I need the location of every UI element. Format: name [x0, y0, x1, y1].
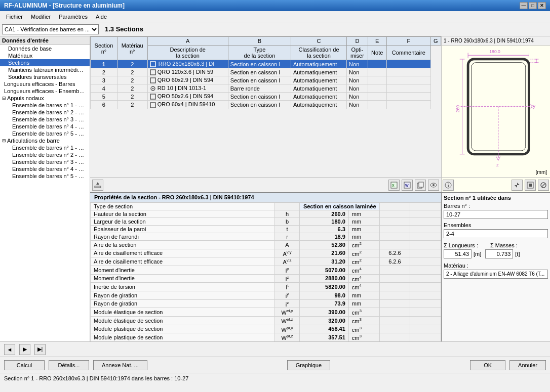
props-rayon-arrondi-sym: r: [275, 233, 300, 241]
sidebar-item-artic-4[interactable]: Ensemble de barres n° 4 - U...: [0, 165, 90, 172]
sidebar-item-artic-3[interactable]: Ensemble de barres n° 3 - U...: [0, 158, 90, 165]
col-sub-note: Note: [368, 46, 386, 60]
props-welastic1-unit: cm3: [348, 308, 379, 317]
col-sub-description: Description dela section: [147, 46, 228, 60]
sidebar-item-appuis-4[interactable]: Ensemble de barres n° 4 - U...: [0, 123, 90, 130]
calcul-btn[interactable]: Calcul: [4, 360, 45, 370]
expand-appuis-icon: ⊟: [2, 96, 6, 101]
nav-next-btn[interactable]: ▶: [19, 344, 30, 355]
props-row: Rayon de giration iy 98.0 mm: [91, 291, 441, 299]
props-cisail2-unit: cm2: [348, 257, 379, 266]
table-row[interactable]: 1 2 RRO 260x180x6.3 | DI Section en cais…: [91, 60, 441, 68]
props-scroll[interactable]: Type de section Section en caisson lamin…: [90, 202, 441, 341]
graphique-btn[interactable]: Graphique: [287, 360, 330, 370]
table-row[interactable]: 4 2 RD 10 | DIN 1013-1 Barre ronde Autom…: [91, 84, 441, 93]
table-row[interactable]: 5 2 QRO 50x2.6 | DIN 594 Section en cais…: [91, 93, 441, 101]
props-epaisseur-unit: mm: [348, 226, 379, 233]
props-row: Épaisseur de la paroi t 6.3 mm: [91, 226, 441, 233]
col-header-d: D: [347, 37, 368, 46]
export-excel-btn[interactable]: X: [388, 180, 400, 191]
maximize-btn[interactable]: □: [529, 2, 537, 9]
props-largeur-unit: mm: [348, 218, 379, 226]
table-scroll[interactable]: Sectionn° Matériaun° A B C D E F G: [90, 36, 441, 177]
props-giration2-sym: iz: [275, 299, 300, 308]
annexe-btn[interactable]: Annexe Nat. ...: [93, 360, 147, 370]
info-icon: i: [445, 182, 452, 189]
export-word-btn[interactable]: W: [402, 180, 413, 191]
sidebar-item-artic-1[interactable]: Ensemble de barres n° 1 - F...: [0, 144, 90, 151]
nav-prev-btn[interactable]: ◄: [4, 344, 15, 355]
sidebar-item-sections[interactable]: Sections: [0, 59, 90, 66]
ok-btn[interactable]: OK: [470, 360, 505, 370]
table-row[interactable]: 6 2 QRO 60x4 | DIN 59410 Section en cais…: [91, 101, 441, 109]
sidebar-item-appuis: Appuis nodaux: [7, 95, 44, 101]
sidebar-item-soudures[interactable]: Soudures transversales: [0, 73, 90, 80]
menu-modifier[interactable]: Modifier: [27, 13, 55, 21]
sidebar-group-articulations[interactable]: ⊟ Articulations de barre: [0, 137, 90, 144]
props-row: Hauteur de la section h 260.0 mm: [91, 210, 441, 218]
sidebar-item-materiaux[interactable]: Matériaux: [0, 52, 90, 59]
annuler-btn[interactable]: Annuler: [509, 360, 546, 370]
sidebar-item-maintiens[interactable]: Maintiens latéraux intermédiair...: [0, 66, 90, 73]
props-epaisseur-value: 6.3: [299, 226, 348, 233]
props-welastic2-unit: cm3: [348, 316, 379, 325]
details-btn[interactable]: Détails...: [49, 360, 89, 370]
props-wplastic1-unit: cm3: [348, 325, 379, 333]
sidebar-item-appuis-3[interactable]: Ensemble de barres n° 3 - U...: [0, 116, 90, 123]
sidebar-item-appuis-2[interactable]: Ensemble de barres n° 2 - U...: [0, 109, 90, 116]
zoom-in-btn[interactable]: [512, 180, 523, 191]
props-type-note: [379, 203, 410, 210]
app-title: RF-ALUMINUM - [Structure en aluminium]: [4, 2, 125, 9]
props-hauteur-sym: h: [275, 210, 300, 218]
sidebar-group-appuis[interactable]: ⊟ Appuis nodaux: [0, 95, 90, 102]
props-cisail2-label: Aire de cisaillement efficace: [91, 257, 275, 266]
props-wplastic1-sym: Wpl,y: [275, 325, 300, 333]
menu-parametres[interactable]: Paramètres: [55, 13, 92, 21]
sidebar-item-appuis-5[interactable]: Ensemble de barres n° 5 - U...: [0, 130, 90, 137]
props-cisail1-value: 21.60: [299, 249, 348, 257]
svg-rect-6: [150, 103, 155, 108]
col-sub-commentaire: Commentaire: [386, 46, 430, 60]
import-btn[interactable]: [92, 180, 103, 191]
section-title: 1.3 Sections: [101, 25, 143, 33]
zoom-fit-btn[interactable]: [525, 180, 536, 191]
view-icon: [430, 182, 437, 189]
case-selector[interactable]: CA1 - Vérification des barres en ...: [2, 24, 99, 34]
minimize-btn[interactable]: —: [520, 2, 528, 9]
svg-line-38: [496, 157, 498, 161]
sidebar-item-artic-5[interactable]: Ensemble de barres n° 5 - U...: [0, 172, 90, 180]
props-row: Aire de la section A 52.80 cm2: [91, 241, 441, 249]
excel-icon: X: [390, 182, 398, 189]
info-btn[interactable]: i: [443, 180, 454, 191]
window-controls: — □ ✕: [520, 2, 546, 9]
props-moment2-label: Moment d'inertie: [91, 274, 275, 283]
props-row: Rayon de l'arrondi r 18.9 mm: [91, 233, 441, 241]
zoom-out-btn[interactable]: [538, 180, 549, 191]
close-btn[interactable]: ✕: [538, 2, 546, 9]
props-row: Moment d'inertie Iy 5070.00 cm4: [91, 266, 441, 274]
props-cisail2-sym: Av,z: [275, 257, 300, 266]
section-icon: [150, 61, 158, 67]
nav-last-btn[interactable]: ▶|: [34, 344, 46, 355]
action-row: Calcul Détails... Annexe Nat. ... Graphi…: [0, 357, 550, 373]
props-hauteur-label: Hauteur de la section: [91, 210, 275, 218]
materiau-label: Matériau :: [444, 263, 548, 269]
sidebar-item-longueurs-barres[interactable]: Longueurs efficaces - Barres: [0, 80, 90, 88]
props-cisail1-unit: cm2: [348, 249, 379, 257]
sidebar-item-appuis-1[interactable]: Ensemble de barres n° 1 - F...: [0, 102, 90, 109]
props-largeur-sym: b: [275, 218, 300, 226]
props-welastic1-sym: Wel,y: [275, 308, 300, 317]
props-row: Module plastique de section Wpl,z 357.51…: [91, 333, 441, 341]
view-btn[interactable]: [428, 180, 439, 191]
sidebar-item-donnees-base[interactable]: Données de base: [0, 45, 90, 52]
props-row: Aire de cisaillement efficace Av,z 31.20…: [91, 257, 441, 266]
toolbar-row: CA1 - Vérification des barres en ... 1.3…: [0, 22, 550, 36]
table-row[interactable]: 2 2 QRO 120x3.6 | DIN 59 Section en cais…: [91, 68, 441, 76]
table-row[interactable]: 3 2 QRO 60x2.9 | DIN 594 Section en cais…: [91, 76, 441, 84]
menu-fichier[interactable]: Fichier: [2, 13, 27, 21]
sidebar-item-artic-2[interactable]: Ensemble de barres n° 2 - U...: [0, 151, 90, 158]
sidebar-item-longueurs-ensemble[interactable]: Longueurs efficaces - Ensemble...: [0, 88, 90, 95]
col-header-materiau: Matériaun°: [117, 37, 147, 60]
copy-btn[interactable]: [415, 180, 426, 191]
menu-aide[interactable]: Aide: [92, 13, 111, 21]
